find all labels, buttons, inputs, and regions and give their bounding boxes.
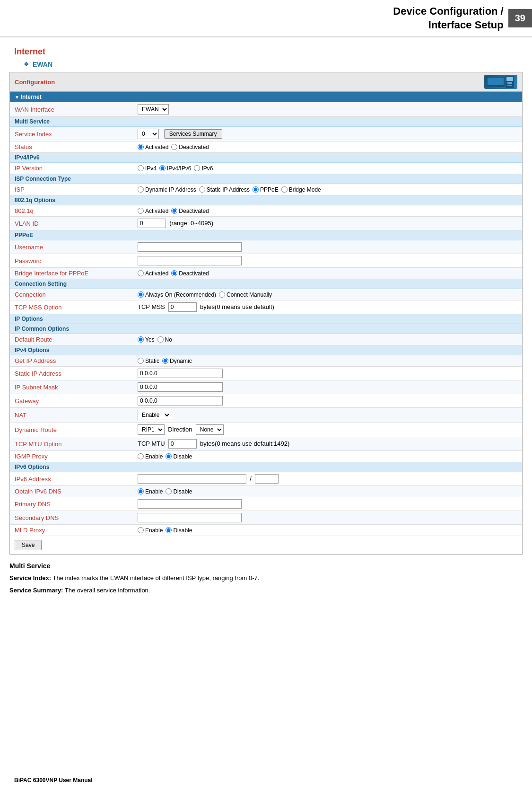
secondary-dns-value[interactable] xyxy=(133,511,522,525)
dot1q-activated-option[interactable]: Activated xyxy=(138,208,168,214)
tcp-mtu-value[interactable]: TCP MTU bytes(0 means use default:1492) xyxy=(133,437,522,451)
gateway-input[interactable] xyxy=(138,396,223,405)
dot1q-deactivated-option[interactable]: Deactivated xyxy=(171,208,209,214)
ip-subnet-value[interactable] xyxy=(133,380,522,394)
ipv6-address-value[interactable]: / xyxy=(133,472,522,486)
username-input[interactable] xyxy=(138,242,242,252)
dynamic-route-value[interactable]: RIP1 RIP2 Direction None Both In Out xyxy=(133,423,522,437)
status-deactivated-radio[interactable] xyxy=(171,144,177,150)
static-ip-input[interactable] xyxy=(138,369,223,378)
connection-manual-option[interactable]: Connect Manually xyxy=(219,291,272,298)
isp-pppoe-option[interactable]: PPPoE xyxy=(253,186,279,193)
dot1q-row: 802.1q Activated Deactivated xyxy=(10,205,522,217)
ipv6-prefix-input[interactable] xyxy=(255,474,279,484)
isp-bridge-radio[interactable] xyxy=(281,186,288,193)
mld-enable-option[interactable]: Enable xyxy=(138,527,163,534)
bridge-activated-radio[interactable] xyxy=(138,270,144,276)
username-value[interactable] xyxy=(133,240,522,254)
igmp-value[interactable]: Enable Disable xyxy=(133,451,522,462)
igmp-enable-option[interactable]: Enable xyxy=(138,453,163,460)
igmp-disable-option[interactable]: Disable xyxy=(166,453,192,460)
password-value[interactable] xyxy=(133,254,522,268)
static-ip-value[interactable] xyxy=(133,367,522,380)
mld-disable-radio[interactable] xyxy=(166,527,172,533)
status-activated-radio[interactable] xyxy=(138,144,144,150)
default-route-value[interactable]: Yes No xyxy=(133,334,522,345)
dot1q-value[interactable]: Activated Deactivated xyxy=(133,205,522,217)
wan-interface-select[interactable]: EWAN xyxy=(138,104,169,115)
isp-value[interactable]: Dynamic IP Address Static IP Address PPP… xyxy=(133,184,522,195)
status-deactivated-option[interactable]: Deactivated xyxy=(171,144,209,150)
connection-always-on-radio[interactable] xyxy=(138,291,144,298)
mld-enable-radio[interactable] xyxy=(138,527,144,533)
ipv6-radio[interactable] xyxy=(194,165,200,171)
ipv4ipv6-option[interactable]: IPv4/IPv6 xyxy=(159,165,191,172)
wan-interface-value[interactable]: EWAN xyxy=(133,102,522,117)
bridge-deactivated-radio[interactable] xyxy=(171,270,177,276)
header-title-line2: Interface Setup xyxy=(428,19,504,31)
isp-static-option[interactable]: Static IP Address xyxy=(199,186,250,193)
ipv4-option[interactable]: IPv4 xyxy=(138,165,157,172)
ipv4ipv6-radio[interactable] xyxy=(159,165,166,171)
get-ip-dynamic-radio[interactable] xyxy=(162,358,168,364)
mld-proxy-value[interactable]: Enable Disable xyxy=(133,525,522,536)
status-value[interactable]: Activated Deactivated xyxy=(133,141,522,153)
bridge-interface-value[interactable]: Activated Deactivated xyxy=(133,268,522,279)
gateway-value[interactable] xyxy=(133,394,522,408)
mld-disable-option[interactable]: Disable xyxy=(166,527,192,534)
obtain-ipv6-enable-option[interactable]: Enable xyxy=(138,488,163,495)
secondary-dns-input[interactable] xyxy=(138,513,242,522)
isp-static-radio[interactable] xyxy=(199,186,205,193)
isp-pppoe-radio[interactable] xyxy=(253,186,259,193)
get-ip-static-option[interactable]: Static xyxy=(138,358,159,364)
get-ip-dynamic-option[interactable]: Dynamic xyxy=(162,358,192,364)
ipv6-address-input[interactable] xyxy=(138,474,246,484)
isp-bridge-label: Bridge Mode xyxy=(289,186,321,193)
save-button[interactable]: Save xyxy=(15,540,42,550)
bridge-deactivated-option[interactable]: Deactivated xyxy=(171,270,209,277)
status-activated-option[interactable]: Activated xyxy=(138,144,168,150)
ipv6-option[interactable]: IPv6 xyxy=(194,165,213,172)
get-ip-static-radio[interactable] xyxy=(138,358,144,364)
nat-select[interactable]: Enable Disable xyxy=(138,410,171,420)
tcp-mtu-input[interactable] xyxy=(168,439,197,449)
connection-value[interactable]: Always On (Recommended) Connect Manually xyxy=(133,289,522,300)
primary-dns-value[interactable] xyxy=(133,497,522,511)
tcp-mtu-row: TCP MTU Option TCP MTU bytes(0 means use… xyxy=(10,437,522,451)
connection-manual-radio[interactable] xyxy=(219,291,225,298)
tcp-mss-value[interactable]: TCP MSS bytes(0 means use default) xyxy=(133,300,522,314)
nat-value[interactable]: Enable Disable xyxy=(133,408,522,423)
tcp-mss-input[interactable] xyxy=(168,302,197,312)
isp-bridge-option[interactable]: Bridge Mode xyxy=(281,186,321,193)
default-route-yes-radio[interactable] xyxy=(138,336,144,343)
default-route-no-radio[interactable] xyxy=(157,336,164,343)
default-route-yes-option[interactable]: Yes xyxy=(138,336,155,343)
isp-connection-header-row: ISP Connection Type xyxy=(10,174,522,184)
dot1q-activated-radio[interactable] xyxy=(138,208,144,214)
bridge-activated-option[interactable]: Activated xyxy=(138,270,168,277)
connection-always-on-option[interactable]: Always On (Recommended) xyxy=(138,291,216,298)
service-index-value[interactable]: 0 Services Summary xyxy=(133,127,522,141)
obtain-ipv6-disable-radio[interactable] xyxy=(166,488,172,494)
obtain-ipv6-disable-option[interactable]: Disable xyxy=(166,488,192,495)
ip-version-value[interactable]: IPv4 IPv4/IPv6 IPv6 xyxy=(133,163,522,174)
default-route-no-option[interactable]: No xyxy=(157,336,172,343)
isp-dynamic-radio[interactable] xyxy=(138,186,144,193)
primary-dns-input[interactable] xyxy=(138,499,242,509)
ipv4-radio[interactable] xyxy=(138,165,144,171)
vlan-id-input[interactable] xyxy=(138,219,166,228)
password-input[interactable] xyxy=(138,256,242,265)
dynamic-route-select[interactable]: RIP1 RIP2 xyxy=(138,424,165,435)
igmp-enable-radio[interactable] xyxy=(138,453,144,459)
dynamic-route-direction-select[interactable]: None Both In Out xyxy=(196,424,224,435)
services-summary-button[interactable]: Services Summary xyxy=(164,129,222,139)
obtain-ipv6-enable-radio[interactable] xyxy=(138,488,144,494)
ip-subnet-input[interactable] xyxy=(138,382,223,392)
igmp-disable-radio[interactable] xyxy=(166,453,172,459)
get-ip-value[interactable]: Static Dynamic xyxy=(133,355,522,367)
obtain-ipv6-value[interactable]: Enable Disable xyxy=(133,486,522,497)
service-index-select[interactable]: 0 xyxy=(138,129,159,139)
vlan-id-value[interactable]: (range: 0~4095) xyxy=(133,217,522,230)
isp-dynamic-option[interactable]: Dynamic IP Address xyxy=(138,186,196,193)
dot1q-deactivated-radio[interactable] xyxy=(171,208,177,214)
